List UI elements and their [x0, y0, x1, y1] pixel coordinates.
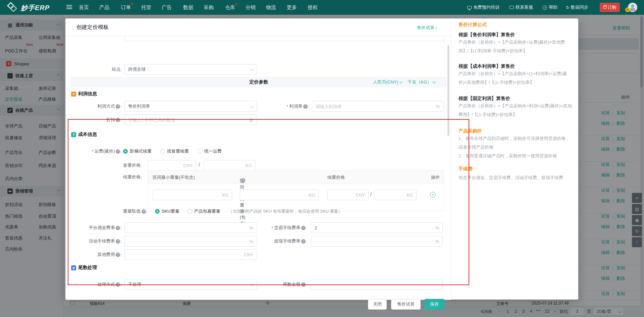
chevron-down-icon	[399, 80, 403, 84]
fee-text: 包含平台佣金、交易手续费、活动手续费、提现手续费	[459, 173, 573, 182]
free-training-link[interactable]: 免费预约培训	[467, 0, 499, 15]
first-weight-field: KG	[204, 160, 256, 171]
activity-fee-input[interactable]	[125, 236, 257, 246]
continued-weight-table-header: 区间最小重量(不包含) 区间最大重量(包含)? 续重价格 操作	[148, 171, 444, 184]
help-tooltip-icon[interactable]: ?	[116, 149, 120, 154]
nav-warehouse[interactable]: 仓库	[225, 0, 235, 15]
weight-source-sku[interactable]: SKU重量	[155, 208, 179, 214]
modal-title: 创建定价模板	[76, 24, 109, 31]
form-scrollbar-thumb[interactable]	[447, 45, 449, 136]
page: 查看帮助 操作 试算|复制 编辑|删除 试算|复制 编辑|删除 试算|复制 编辑…	[0, 0, 644, 317]
chat-icon	[509, 6, 514, 9]
radio-icon	[160, 149, 165, 154]
menu-toggle-icon[interactable]	[66, 5, 72, 6]
help-tooltip-icon[interactable]: ?	[301, 239, 306, 244]
question-icon: ?	[543, 5, 547, 10]
help-tooltip-icon[interactable]: ?	[116, 239, 120, 244]
freight-label: *运费(藏价)?:	[65, 148, 122, 155]
template-name-input-clipped[interactable]	[124, 37, 444, 41]
profit-rate-field: %	[312, 101, 443, 112]
help-link[interactable]: ?帮助	[543, 0, 557, 15]
save-button[interactable]: 保存	[424, 299, 444, 310]
site-select[interactable]: 跨境全球	[124, 64, 257, 75]
help-tooltip-icon[interactable]: ?	[301, 282, 306, 287]
help-tooltip-icon[interactable]: ?	[116, 226, 120, 230]
kg-suffix: KG	[309, 193, 315, 198]
formula-panel-title: 售价计算公式	[459, 22, 573, 28]
purchase-price-line-1: 1、发布全球产品到店铺时，采购价可选择使用货源价格，或者全球产品价格	[459, 134, 573, 152]
other-fees-label: 其他费用?:	[65, 249, 122, 260]
weight-unit-select[interactable]: 千克（KG）	[408, 77, 435, 88]
nav-more[interactable]: 更多	[287, 0, 297, 15]
activity-fee-field: %	[124, 236, 257, 247]
nav-distribution[interactable]: 分销	[246, 0, 256, 15]
currency-select[interactable]: 人民币(CNY)	[373, 77, 402, 88]
help-tooltip-icon[interactable]: ?	[303, 104, 308, 109]
discount-field: 折	[124, 114, 257, 125]
nav-ads[interactable]: 广告	[162, 0, 172, 15]
freight-option-first-weight[interactable]: 按首重续重	[160, 148, 189, 154]
profit-section-header: ¥ 利润信息	[71, 91, 97, 97]
formula-2-text: 产品售价（折前价）=【产品采购价×(1+利润率)+运费(藏价)+其他费用】/【(…	[459, 69, 573, 87]
profit-rate-label: *利润率?:	[242, 101, 309, 112]
radio-icon	[198, 149, 202, 154]
help-tooltip-icon[interactable]: ?	[116, 253, 120, 257]
formula-3-title: 根据【固定利润】算售价	[459, 96, 573, 102]
nav-home[interactable]: 首页	[79, 0, 89, 15]
help-tooltip-icon[interactable]: ?	[116, 282, 120, 287]
vip-badge: V	[625, 7, 630, 12]
continued-price-field: CNY	[327, 190, 369, 200]
th-continued-price: 续重价格	[327, 174, 345, 180]
nav-authorization[interactable]: 授权	[308, 0, 318, 15]
other-fees-field: CNY	[124, 249, 257, 260]
help-tooltip-icon[interactable]: ?	[142, 209, 146, 214]
help-tooltip-icon[interactable]: ?	[116, 104, 120, 109]
tail-amount-input[interactable]	[311, 279, 442, 289]
discount-input[interactable]	[125, 115, 257, 125]
commission-rate-label: 平台佣金费率?:	[65, 222, 122, 233]
th-min-weight: 区间最小重量(不包含)	[153, 174, 195, 180]
withdraw-fee-input[interactable]	[311, 236, 442, 246]
other-fees-input[interactable]	[125, 250, 257, 260]
withdraw-fee-field: %	[311, 236, 443, 247]
nav-hosting[interactable]: 托管	[141, 0, 151, 15]
nav-data[interactable]: 数据	[183, 0, 193, 15]
help-tooltip-icon[interactable]: ?	[116, 118, 120, 122]
modal-form: 站点: 跨境全球 定价参数 人民币(CNY) 千克（KG） ¥ 利润信息 利润方…	[65, 36, 451, 282]
transaction-fee-input[interactable]	[311, 223, 442, 233]
price-trial-link[interactable]: 售价试算 ›	[417, 25, 437, 31]
cost-section-icon: ¥	[71, 132, 76, 137]
nav-products[interactable]: 产品	[99, 0, 109, 15]
min-weight-input[interactable]	[153, 190, 232, 200]
profit-method-select[interactable]: 售价利润率	[124, 101, 257, 112]
bag-icon	[603, 6, 606, 9]
tail-method-select[interactable]: 不处理	[124, 279, 257, 290]
sync-icon: ↻	[566, 5, 569, 10]
contact-support-link[interactable]: 联系客服	[509, 0, 533, 15]
help-tooltip-icon[interactable]: ?	[241, 178, 245, 182]
help-tooltip-icon[interactable]: ?	[301, 226, 306, 230]
nav-purchasing[interactable]: 采购	[204, 0, 214, 15]
brand-logo-icon	[8, 3, 17, 12]
freight-option-flat[interactable]: 统一运费	[198, 148, 222, 154]
weight-source-radio-group: SKU重量 产品包裹重量 （当选择的产品按 SKU 发布重量时，依旧会使用 SK…	[155, 206, 342, 217]
weight-source-package[interactable]: 产品包裹重量	[187, 208, 220, 214]
data-sync-link[interactable]: ↻数据同步	[566, 0, 588, 15]
avatar[interactable]: V	[628, 3, 637, 12]
max-weight-input[interactable]	[240, 190, 318, 200]
nav-logistics[interactable]: 物流	[266, 0, 276, 15]
close-button[interactable]: 关闭	[368, 299, 387, 310]
th-actions: 操作	[431, 174, 440, 180]
purchase-price-line-2: 2、发布普通店铺产品时，采购价统一使用货源价格	[459, 152, 573, 160]
add-row-button[interactable]: +	[430, 192, 436, 198]
price-trial-button[interactable]: 售价试算	[391, 299, 421, 310]
slash-separator: /	[199, 162, 200, 168]
kg-suffix: KG	[407, 193, 413, 198]
commission-rate-input[interactable]	[125, 223, 257, 233]
formula-2-title: 根据【成本利润率】算售价	[459, 63, 573, 69]
subscribe-button[interactable]: 订购	[600, 3, 620, 12]
freight-option-tiered[interactable]: 阶梯式续重	[123, 148, 152, 154]
max-weight-field: KG	[240, 190, 319, 200]
profit-rate-input[interactable]	[312, 101, 443, 111]
nav-orders[interactable]: 订单	[121, 0, 131, 15]
